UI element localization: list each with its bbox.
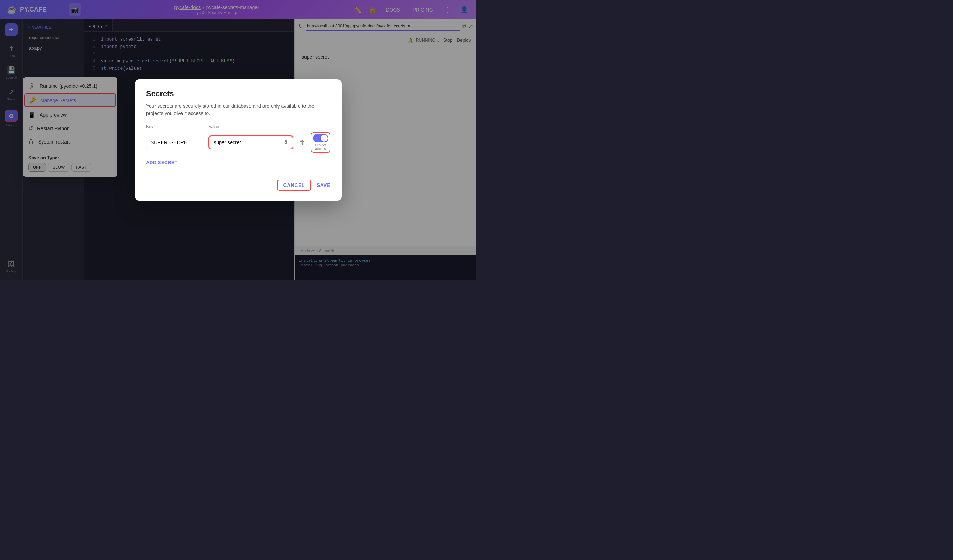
value-col-label: Value — [208, 124, 291, 129]
key-col-label: Key — [146, 124, 205, 129]
secret-value-wrapper: 👁 — [208, 135, 293, 150]
delete-secret-button[interactable]: 🗑 — [297, 137, 307, 149]
secret-key-input[interactable] — [146, 136, 205, 149]
secret-value-input[interactable] — [213, 137, 284, 148]
secrets-modal: Secrets Your secrets are securely stored… — [135, 79, 341, 201]
project-access-toggle[interactable] — [313, 134, 328, 142]
project-access-toggle-wrap: Projectaccess — [311, 132, 331, 153]
modal-title: Secrets — [146, 89, 331, 98]
toggle-thumb — [321, 135, 327, 142]
save-button[interactable]: SAVE — [317, 179, 331, 191]
secret-key-wrapper — [146, 136, 205, 149]
project-access-toggle-label: Projectaccess — [315, 143, 326, 151]
add-secret-button[interactable]: ADD SECRET — [146, 159, 178, 167]
modal-footer: CANCEL SAVE — [146, 173, 331, 191]
show-secret-button[interactable]: 👁 — [284, 139, 289, 145]
cancel-button[interactable]: CANCEL — [277, 179, 311, 191]
secrets-row: 👁 🗑 Projectaccess — [146, 132, 331, 153]
modal-description: Your secrets are securely stored in our … — [146, 102, 331, 117]
modal-overlay[interactable]: Secrets Your secrets are securely stored… — [0, 0, 476, 280]
secret-value-inner: 👁 — [210, 137, 292, 148]
